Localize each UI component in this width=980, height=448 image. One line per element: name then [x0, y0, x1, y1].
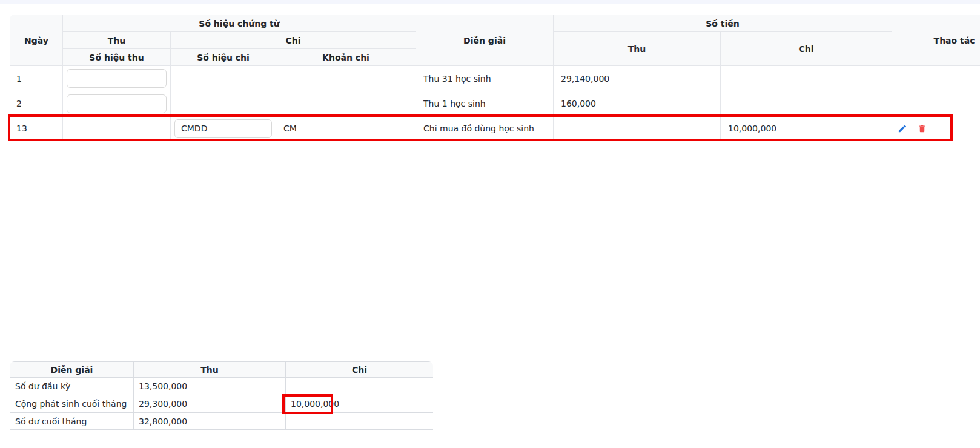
col-header-so-hieu-thu: Số hiệu thu — [63, 49, 171, 66]
cell-thu — [554, 116, 721, 141]
cell-thao-tac — [892, 116, 980, 141]
cell-dien-giai: Chi mua đồ dùng học sinh — [416, 116, 554, 141]
table-row: 2 Thu 1 học sinh 160,000 — [10, 91, 980, 116]
summary-table: Diễn giải Thu Chi Số dư đầu kỳ 13,500,00… — [10, 361, 433, 430]
trash-icon — [918, 124, 927, 133]
cell-dien-giai: Thu 1 học sinh — [416, 91, 554, 116]
summary-label: Cộng phát sinh cuối tháng — [10, 395, 134, 413]
col-header-khoan-chi: Khoản chi — [276, 49, 416, 66]
summary-header-dien-giai: Diễn giải — [10, 362, 134, 378]
cell-so-hieu-thu — [63, 66, 171, 91]
col-header-so-tien: Số tiền — [554, 15, 892, 32]
col-header-thao-tac: Thao tác — [892, 15, 980, 66]
summary-chi-value: 10,000,000 — [286, 395, 434, 413]
cell-chi — [721, 91, 892, 116]
summary-thu-value: 32,800,000 — [134, 413, 286, 430]
col-header-chi-group: Chi — [171, 32, 416, 49]
cell-thao-tac — [892, 91, 980, 116]
cell-thu: 29,140,000 — [554, 66, 721, 91]
so-hieu-chi-input-row13[interactable] — [174, 119, 272, 138]
summary-row-opening-balance: Số dư đầu kỳ 13,500,000 — [10, 378, 434, 395]
cell-so-hieu-chi — [171, 91, 276, 116]
col-header-thu-group: Thu — [63, 32, 171, 49]
so-hieu-thu-input-row2[interactable] — [67, 94, 167, 113]
summary-header-chi: Chi — [286, 362, 434, 378]
cell-ngay: 13 — [10, 116, 63, 141]
cell-ngay: 2 — [10, 91, 63, 116]
summary-row-closing-balance: Số dư cuối tháng 32,800,000 — [10, 413, 434, 430]
cell-thao-tac — [892, 66, 980, 91]
so-hieu-thu-input-row1[interactable] — [67, 69, 167, 88]
top-page-bar — [0, 0, 980, 4]
cell-thu: 160,000 — [554, 91, 721, 116]
table-row: 1 Thu 31 học sinh 29,140,000 — [10, 66, 980, 91]
col-header-so-tien-chi: Chi — [721, 32, 892, 66]
cell-so-hieu-thu — [63, 91, 171, 116]
edit-button[interactable] — [897, 124, 907, 133]
cell-so-hieu-thu — [63, 116, 171, 141]
col-header-ngay: Ngày — [10, 15, 63, 66]
summary-thu-value: 13,500,000 — [134, 378, 286, 395]
col-header-so-tien-thu: Thu — [554, 32, 721, 66]
summary-chi-value — [286, 413, 434, 430]
col-header-so-hieu-chi: Số hiệu chi — [171, 49, 276, 66]
table-row-highlighted: 13 CM Chi mua đồ dùng học sinh 10,000,00… — [10, 116, 980, 141]
cell-chi: 10,000,000 — [721, 116, 892, 141]
cell-so-hieu-chi — [171, 66, 276, 91]
cell-khoan-chi — [276, 66, 416, 91]
pencil-icon — [898, 124, 907, 133]
col-header-dien-giai: Diễn giải — [416, 15, 554, 66]
summary-thu-value: 29,300,000 — [134, 395, 286, 413]
delete-button[interactable] — [917, 124, 927, 133]
summary-header-thu: Thu — [134, 362, 286, 378]
cell-dien-giai: Thu 31 học sinh — [416, 66, 554, 91]
summary-label: Số dư đầu kỳ — [10, 378, 134, 395]
cell-khoan-chi: CM — [276, 116, 416, 141]
cell-khoan-chi — [276, 91, 416, 116]
summary-label: Số dư cuối tháng — [10, 413, 134, 430]
summary-chi-value — [286, 378, 434, 395]
ledger-table: Ngày Số hiệu chứng từ Diễn giải Số tiền … — [10, 15, 980, 140]
cell-ngay: 1 — [10, 66, 63, 91]
cell-so-hieu-chi — [171, 116, 276, 141]
summary-row-month-total: Cộng phát sinh cuối tháng 29,300,000 10,… — [10, 395, 434, 413]
cell-chi — [721, 66, 892, 91]
col-header-so-hieu-chung-tu: Số hiệu chứng từ — [63, 15, 416, 32]
